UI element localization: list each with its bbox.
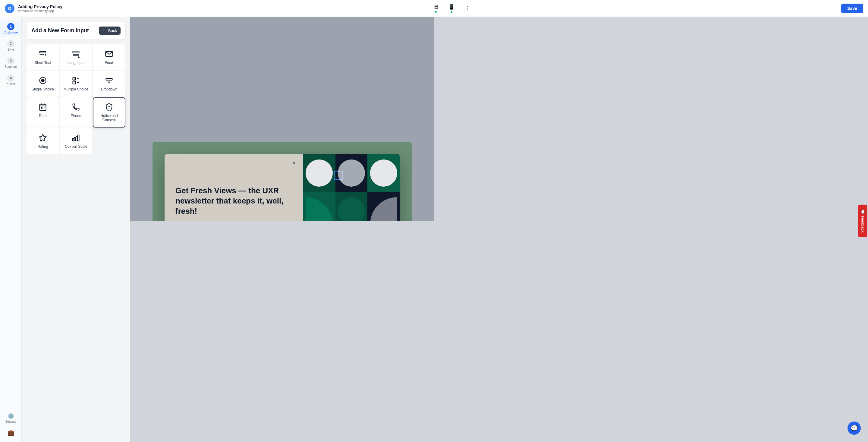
app-title: Adding Privacy Policy xyxy=(18,4,62,9)
input-type-email[interactable]: Email xyxy=(93,44,125,70)
panel-title: Add a New Form Input xyxy=(31,27,89,34)
input-type-notice-consent[interactable]: Notice and Consent xyxy=(93,97,125,127)
geo-circle-1 xyxy=(306,159,333,187)
geo-cell-r1c1 xyxy=(303,154,336,192)
svg-rect-22 xyxy=(78,135,79,141)
multiple-choice-icon xyxy=(72,76,80,85)
single-choice-label: Single Choice xyxy=(32,87,54,91)
geo-cell-r2c2 xyxy=(336,192,368,221)
rating-icon xyxy=(38,134,47,142)
input-type-dropdown[interactable]: Dropdown xyxy=(93,71,125,97)
date-icon xyxy=(38,103,47,111)
input-type-short-text[interactable]: Short Text xyxy=(27,44,59,70)
topbar: O Adding Privacy Policy version-demo.net… xyxy=(0,0,434,17)
input-type-date[interactable]: Date xyxy=(27,97,59,127)
sidebar-step-4: 4 xyxy=(7,75,14,82)
geo-cell-r1c3 xyxy=(367,154,400,192)
device-switcher: 🖥 📱 ⋮ xyxy=(431,3,434,14)
date-label: Date xyxy=(39,114,46,118)
geo-cell-r1c2 xyxy=(336,154,368,192)
input-type-multiple-choice[interactable]: Multiple Choice xyxy=(60,71,92,97)
input-type-long-input[interactable]: Long Input xyxy=(60,44,92,70)
sidebar-step-3: 3 xyxy=(7,57,14,64)
preview-area: × Get Fresh Views — the UXR newsletter t… xyxy=(130,17,434,221)
short-text-label: Short Text xyxy=(35,61,51,65)
rating-label: Rating xyxy=(38,144,48,149)
input-type-single-choice[interactable]: Single Choice xyxy=(27,71,59,97)
long-input-icon xyxy=(72,50,80,58)
desktop-icon: 🖥 xyxy=(433,4,434,10)
geo-circle-4 xyxy=(338,197,365,221)
sidebar-step-2: 2 xyxy=(7,40,14,47)
long-input-label: Long Input xyxy=(67,61,85,65)
input-type-rating[interactable]: Rating xyxy=(27,128,59,154)
svg-rect-15 xyxy=(41,107,42,109)
geo-circle-3 xyxy=(370,159,397,187)
sidebar-step-1: 1 xyxy=(7,23,14,30)
sidebar-nav: 1 Customize 2 Style 3 Segment 4 Publish xyxy=(0,21,22,88)
input-type-grid: Short Text Long Input Email Sing xyxy=(22,44,130,159)
geo-cell-r2c3 xyxy=(367,192,400,221)
modal-close-button[interactable]: × xyxy=(290,159,299,167)
back-label: Back xyxy=(108,28,117,33)
sidebar-label-style: Style xyxy=(7,48,14,51)
svg-rect-20 xyxy=(74,138,76,141)
modal-heading: Get Fresh Views — the UXR newsletter tha… xyxy=(176,186,292,216)
phone-icon xyxy=(72,103,80,111)
short-text-icon xyxy=(38,50,47,58)
svg-point-5 xyxy=(41,79,44,82)
svg-point-16 xyxy=(109,107,110,107)
phone-label: Phone xyxy=(71,114,82,118)
svg-rect-21 xyxy=(76,136,78,141)
topbar-title-group: Adding Privacy Policy version-demo.netli… xyxy=(18,4,62,13)
dropdown-icon xyxy=(105,76,113,85)
svg-rect-10 xyxy=(106,79,113,80)
svg-rect-19 xyxy=(72,138,74,141)
modal-popup: × Get Fresh Views — the UXR newsletter t… xyxy=(164,154,400,221)
preview-container: × Get Fresh Views — the UXR newsletter t… xyxy=(153,142,412,221)
sidebar: 1 Customize 2 Style 3 Segment 4 Publish … xyxy=(0,17,22,221)
panel-header: Add a New Form Input ← Back xyxy=(27,22,125,39)
opinion-scale-icon xyxy=(72,134,80,142)
geo-quarter-2 xyxy=(370,197,397,221)
svg-rect-11 xyxy=(40,104,46,111)
sidebar-item-customize[interactable]: 1 Customize xyxy=(0,21,22,36)
back-button[interactable]: ← Back xyxy=(99,27,121,35)
app-subtitle: version-demo.netlify.app xyxy=(18,9,62,13)
geo-quarter-1 xyxy=(306,197,333,221)
app-logo[interactable]: O xyxy=(5,4,14,13)
opinion-scale-label: Opinion Scale xyxy=(65,144,87,149)
geo-cell-r2c1 xyxy=(303,192,336,221)
multiple-choice-label: Multiple Choice xyxy=(64,87,88,91)
input-type-phone[interactable]: Phone xyxy=(60,97,92,127)
input-type-opinion-scale[interactable]: Opinion Scale xyxy=(60,128,92,154)
email-label: Email xyxy=(104,61,114,65)
email-icon xyxy=(105,50,113,58)
topbar-left: O Adding Privacy Policy version-demo.net… xyxy=(5,4,62,13)
sidebar-item-segment[interactable]: 3 Segment xyxy=(0,55,22,71)
sidebar-label-publish: Publish xyxy=(6,82,16,86)
notice-consent-label: Notice and Consent xyxy=(96,114,122,122)
svg-marker-18 xyxy=(39,134,46,141)
dropdown-label: Dropdown xyxy=(101,87,118,91)
back-arrow-icon: ← xyxy=(102,28,106,33)
svg-rect-0 xyxy=(40,52,46,53)
sidebar-label-segment: Segment xyxy=(4,65,17,68)
form-input-panel: Add a New Form Input ← Back Short Text L… xyxy=(22,17,130,221)
svg-rect-2 xyxy=(73,51,79,53)
sidebar-item-publish[interactable]: 4 Publish xyxy=(0,72,22,88)
svg-rect-8 xyxy=(73,81,76,84)
geo-circle-2 xyxy=(338,159,365,187)
sidebar-label-customize: Customize xyxy=(4,31,18,34)
sidebar-item-style[interactable]: 2 Style xyxy=(0,38,22,54)
single-choice-icon xyxy=(38,76,47,85)
notice-consent-icon xyxy=(105,103,113,111)
modal-right-pattern xyxy=(303,154,400,221)
modal-left-content: × Get Fresh Views — the UXR newsletter t… xyxy=(164,154,303,221)
desktop-device-btn[interactable]: 🖥 xyxy=(431,3,434,14)
